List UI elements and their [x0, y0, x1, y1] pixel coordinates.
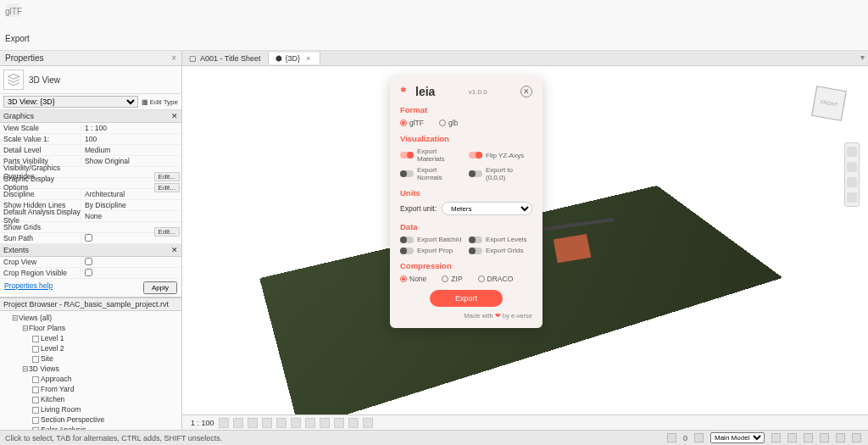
- compression-none-radio[interactable]: None: [400, 275, 426, 283]
- view-type-icon: [3, 70, 24, 90]
- tabs-menu-icon[interactable]: ▾: [860, 53, 865, 62]
- status-icon[interactable]: [771, 433, 781, 442]
- properties-help-row: Properties help Apply: [0, 279, 181, 298]
- toggle-export-normals[interactable]: Export Normals: [400, 166, 464, 181]
- filter-icon[interactable]: [694, 433, 704, 442]
- edit-type-icon: ▦: [142, 98, 148, 106]
- ribbon-tab-label[interactable]: glTF: [5, 7, 22, 16]
- toggle-export-grids[interactable]: Export Grids: [469, 247, 532, 254]
- nav-wheel-icon[interactable]: [847, 147, 857, 157]
- detail-level-icon[interactable]: [219, 418, 229, 428]
- status-icon[interactable]: [820, 433, 829, 442]
- edit-type-button[interactable]: ▦ Edit Type: [142, 98, 178, 106]
- view-tab[interactable]: ▢A001 - Title Sheet: [182, 53, 269, 64]
- reveal-icon[interactable]: [348, 418, 359, 428]
- extents-section-header: Extents✕: [0, 244, 181, 257]
- navigation-bar: [844, 142, 860, 207]
- format-section-title: Format: [400, 105, 532, 114]
- heart-icon: ❤: [495, 312, 501, 320]
- prop-detail-level-value[interactable]: Medium: [81, 146, 181, 154]
- leia-logo-icon: ✱: [400, 86, 412, 97]
- crop-view-checkbox[interactable]: [85, 258, 92, 265]
- selection-count: 0: [683, 434, 687, 442]
- type-selector-row: 3D View: {3D} ▦ Edit Type: [0, 94, 181, 110]
- export-ribbon-button[interactable]: Export: [5, 34, 30, 43]
- lock-icon[interactable]: [320, 418, 330, 428]
- ribbon: glTF Export: [0, 0, 868, 51]
- dialog-close-button[interactable]: ✕: [520, 86, 532, 97]
- sun-path-icon[interactable]: [248, 418, 258, 428]
- temp-hide-icon[interactable]: [334, 418, 344, 428]
- type-selector[interactable]: 3D View: {3D}: [3, 96, 138, 108]
- toggle-flip-yz[interactable]: Flip YZ-Axys: [469, 147, 532, 163]
- crop-region-checkbox[interactable]: [85, 269, 92, 276]
- nav-pan-icon[interactable]: [847, 162, 857, 172]
- made-with-label: Made with ❤ by e-verse: [400, 312, 532, 320]
- workset-selector[interactable]: Main Model: [710, 432, 765, 443]
- nav-zoom-icon[interactable]: [847, 177, 857, 187]
- status-icon[interactable]: [852, 433, 861, 442]
- browser-header: Project Browser - RAC_basic_sample_proje…: [0, 298, 181, 311]
- prop-detail-level-label: Detail Level: [0, 146, 81, 154]
- select-icon[interactable]: [667, 433, 676, 442]
- compression-section-title: Compression: [400, 261, 532, 270]
- leia-dialog: ✱ leia v1.0.0 ✕ Format glTF glb Visualiz…: [390, 76, 542, 328]
- toggle-export-origin[interactable]: Export to (0,0,0): [469, 166, 532, 181]
- toggle-export-materials[interactable]: Export Materials: [400, 147, 464, 163]
- prop-sun-path-label: Sun Path: [0, 234, 81, 242]
- type-label: 3D View: [29, 75, 60, 85]
- rendering-icon[interactable]: [276, 418, 287, 428]
- apply-button[interactable]: Apply: [143, 281, 177, 294]
- prop-crop-region-value[interactable]: [81, 269, 181, 278]
- export-button[interactable]: Export: [430, 290, 503, 307]
- toggle-export-prop[interactable]: Export Prop: [400, 247, 464, 254]
- view-scale-display[interactable]: 1 : 100: [191, 419, 214, 427]
- prop-default-analysis-label: Default Analysis Display Style: [0, 208, 81, 225]
- compression-zip-radio[interactable]: ZIP: [442, 275, 462, 283]
- viewcube-face[interactable]: FRONT: [811, 86, 847, 121]
- properties-close-icon[interactable]: ×: [171, 53, 176, 63]
- prop-parts-vis-value[interactable]: Show Original: [81, 157, 181, 165]
- type-block: 3D View: [0, 66, 181, 94]
- crop-icon[interactable]: [291, 418, 301, 428]
- tree-item: Living Room: [3, 404, 181, 414]
- nav-orbit-icon[interactable]: [847, 192, 857, 203]
- status-icon[interactable]: [804, 433, 813, 442]
- viewcube[interactable]: FRONT: [809, 83, 851, 125]
- toggle-export-levels[interactable]: Export Levels: [469, 236, 532, 243]
- properties-help-link[interactable]: Properties help: [4, 281, 53, 294]
- compression-draco-radio[interactable]: DRACO: [478, 275, 514, 283]
- tree-item: Site: [3, 353, 181, 364]
- toggle-export-batchid[interactable]: Export BatchId: [400, 236, 464, 243]
- status-message: Click to select, TAB for alternates, CTR…: [5, 434, 222, 442]
- crop-region-icon[interactable]: [305, 418, 315, 428]
- tree-item: Section Perspective: [3, 414, 181, 425]
- tree-item: From Yard: [3, 384, 181, 394]
- prop-discipline-value[interactable]: Architectural: [81, 190, 181, 198]
- visual-style-icon[interactable]: [233, 418, 243, 428]
- tab-close-icon[interactable]: ×: [303, 54, 313, 63]
- prop-show-hidden-value[interactable]: By Discipline: [81, 201, 181, 209]
- status-icon[interactable]: [836, 433, 845, 442]
- prop-default-analysis-value[interactable]: None: [81, 212, 181, 220]
- prop-scale-value[interactable]: 100: [81, 135, 181, 143]
- prop-crop-view-value[interactable]: [81, 258, 181, 267]
- format-glb-radio[interactable]: glb: [439, 119, 458, 127]
- edit-button[interactable]: Edit...: [154, 172, 180, 181]
- tree-item: Level 2: [3, 343, 181, 353]
- unit-select[interactable]: Meters: [442, 202, 532, 215]
- sun-path-checkbox[interactable]: [85, 234, 92, 242]
- format-gltf-radio[interactable]: glTF: [400, 119, 424, 127]
- status-icon[interactable]: [787, 433, 797, 442]
- prop-show-grids-label: Show Grids: [0, 223, 81, 231]
- project-browser: Project Browser - RAC_basic_sample_proje…: [0, 298, 181, 430]
- view-tab-active[interactable]: ⬢{3D}×: [269, 53, 321, 64]
- shadows-icon[interactable]: [262, 418, 272, 428]
- prop-view-scale-value[interactable]: 1 : 100: [81, 124, 181, 132]
- dialog-title: leia: [415, 85, 435, 98]
- browser-tree[interactable]: ⊟Views (all) ⊟Floor Plans Level 1 Level …: [0, 311, 181, 430]
- units-section-title: Units: [400, 188, 532, 197]
- prop-crop-view-label: Crop View: [0, 258, 81, 266]
- prop-sun-path-value[interactable]: [81, 234, 181, 243]
- analytical-icon[interactable]: [363, 418, 373, 428]
